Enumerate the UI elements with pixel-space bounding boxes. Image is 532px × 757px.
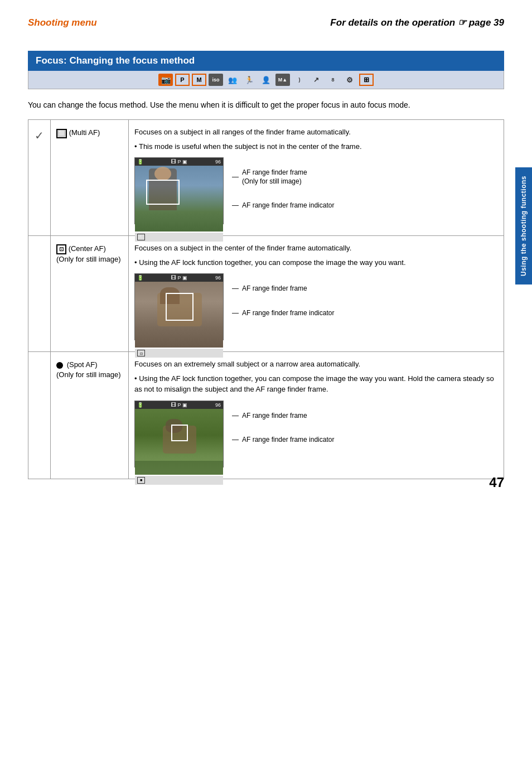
mode-icon-p: P [175,74,190,86]
section-title-bar: Focus: Changing the focus method [28,51,504,71]
mode-icon-person: 👤 [259,74,273,86]
preview-header-3: 🔋 🎞 P ▣ 96 [135,401,223,409]
mode-icon-gear: ⚙ [342,74,357,86]
preview-header-1: 🔋 🎞 P ▣ 96 [135,158,223,166]
preview-battery: 🔋 [137,159,143,165]
camera-preview-2: 🔋 🎞 P ▣ 96 ⊡ [134,273,498,340]
mode-label-2: ⊡ (Center AF) (Only for still image) [56,244,123,264]
af-indicator-icon-1: ⬜ [137,234,145,240]
preview-photo-1 [135,166,223,232]
annotation-af-frame-1: AF range finder frame(Only for still ima… [232,168,334,186]
multi-af-icon: ⬜ [56,129,67,138]
mode-label-1: ⬜ (Multi AF) [56,128,123,138]
page-ref-number: page 39 [469,17,504,28]
reference-text: For details on the operation [330,17,455,28]
af-indicator-2: ⊡ [135,349,223,358]
mode-icon-arrow: ↗ [309,74,323,86]
table-row: ✓ ⬜ (Multi AF) Focuses on a subject in a… [28,120,504,236]
mode-icon-camera: 📷 [158,74,173,86]
annotation-af-indicator-3: AF range finder frame indicator [232,436,334,445]
page-reference: For details on the operation ☞ page 39 [330,17,504,28]
preview-box-3: 🔋 🎞 P ▣ 96 [134,401,224,467]
desc-text-3a: Focuses on an extremely small subject or… [134,359,498,370]
mode-icon-grid: ⊞ [359,74,374,86]
side-tab: Using the shooting functions [515,167,532,285]
table-row: ⊡ (Center AF) (Only for still image) Foc… [28,236,504,352]
spot-af-icon [56,362,63,369]
preview-annotations-2: AF range finder frame AF range finder fr… [232,273,334,317]
af-frame-multi [146,180,180,205]
preview-box-2: 🔋 🎞 P ▣ 96 ⊡ [134,273,224,340]
preview-battery-2: 🔋 [137,275,143,281]
mode-cell-1: ⬜ (Multi AF) [51,120,129,236]
mode-sub-2: (Only for still image) [56,255,121,263]
desc-cell-1: Focuses on a subject in all ranges of th… [129,120,504,236]
preview-mode-3: 🎞 P ▣ [171,402,187,408]
annotation-af-frame-2: AF range finder frame [232,285,334,293]
focus-table: ✓ ⬜ (Multi AF) Focuses on a subject in a… [28,119,504,479]
mode-icon-ma: M▲ [275,74,290,86]
annotation-af-indicator-1: AF range finder frame indicator [232,201,334,210]
desc-cell-3: Focuses on an extremely small subject or… [129,352,504,479]
mode-icon-persons: 👥 [225,74,240,86]
preview-num-3: 96 [215,402,221,408]
desc-text-2a: Focuses on a subject in the center of th… [134,243,498,254]
desc-bullet-2: Using the AF lock function together, you… [134,257,498,268]
side-tab-label: Using the shooting functions [520,176,528,276]
intro-text: You can change the focus method. Use the… [28,99,504,111]
preview-annotations-1: AF range finder frame(Only for still ima… [232,157,334,210]
section-title: Focus: Changing the focus method [36,55,195,66]
preview-annotations-3: AF range finder frame AF range finder fr… [232,401,334,445]
mode-icon-search: 🏃 [242,74,257,86]
camera-preview-3: 🔋 🎞 P ▣ 96 [134,401,498,467]
mode-name-1: (Multi AF) [69,128,100,137]
af-indicator-3 [135,476,223,485]
camera-preview-1: 🔋 🎞 P ▣ 96 ⬜ [134,157,498,224]
preview-photo-3 [135,409,223,475]
af-frame-center [166,293,194,321]
mode-icon-iso: iso [209,74,223,86]
preview-mode-2: 🎞 P ▣ [171,275,187,281]
desc-bullet-1: This mode is useful when the subject is … [134,141,498,152]
preview-header-2: 🔋 🎞 P ▣ 96 [135,274,223,282]
af-frame-spot [171,425,188,441]
af-indicator-icon-3 [137,477,145,484]
mode-cell-2: ⊡ (Center AF) (Only for still image) [51,236,129,352]
mode-sub-3: (Only for still image) [56,370,121,379]
page-number: 47 [489,475,504,490]
mode-icons-bar: 📷 P M iso 👥 🏃 👤 M▲ ) ↗ 8 ⚙ ⊞ [28,71,504,89]
mode-name-2: (Center AF) [69,244,106,253]
mode-icon-8: 8 [326,74,340,86]
mode-icon-paren: ) [292,74,307,86]
checkmark-icon: ✓ [35,129,44,142]
annotation-af-frame-3: AF range finder frame [232,412,334,421]
preview-num-2: 96 [215,275,221,281]
af-indicator-icon-2: ⊡ [137,350,145,356]
preview-photo-2 [135,282,223,348]
check-cell-1: ✓ [28,120,51,236]
mode-label-3: (Spot AF) (Only for still image) [56,360,123,380]
section-label: Shooting menu [28,17,97,28]
af-indicator-1: ⬜ [135,233,223,242]
desc-text-1a: Focuses on a subject in all ranges of th… [134,127,498,138]
check-cell-2 [28,236,51,352]
preview-num: 96 [215,159,221,165]
preview-battery-3: 🔋 [137,402,143,408]
mode-name-3: (Spot AF) [67,360,98,369]
mode-icon-m: M [192,74,206,86]
center-af-icon: ⊡ [56,244,66,254]
mode-cell-3: (Spot AF) (Only for still image) [51,352,129,479]
check-cell-3 [28,352,51,479]
reference-symbol: ☞ [458,17,469,28]
preview-box-1: 🔋 🎞 P ▣ 96 ⬜ [134,157,224,224]
table-row: (Spot AF) (Only for still image) Focuses… [28,352,504,479]
desc-cell-2: Focuses on a subject in the center of th… [129,236,504,352]
annotation-af-indicator-2: AF range finder frame indicator [232,309,334,318]
page-header: Shooting menu For details on the operati… [28,17,504,28]
desc-bullet-3: Using the AF lock function together, you… [134,373,498,395]
preview-mode: 🎞 P ▣ [171,159,187,165]
